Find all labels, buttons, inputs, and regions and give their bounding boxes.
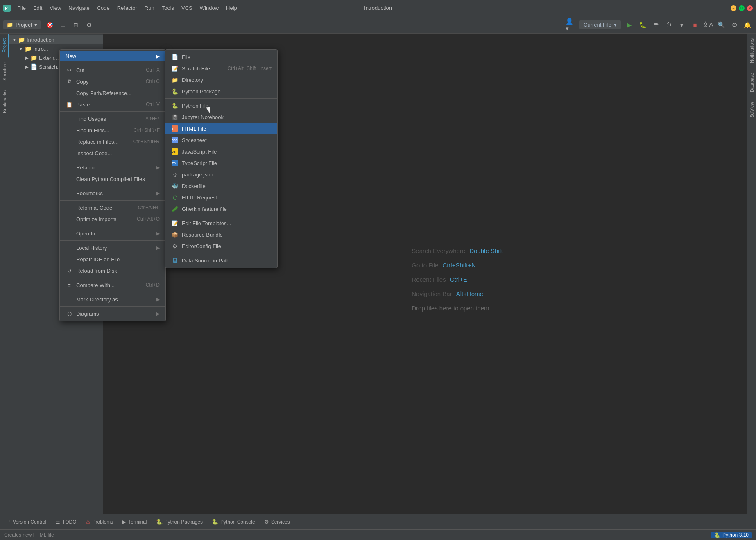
menu-navigate[interactable]: Navigate: [65, 3, 93, 13]
settings-button[interactable]: ⚙: [83, 19, 95, 31]
ctx2-scratchfile[interactable]: 📝 Scratch File Ctrl+Alt+Shift+Insert: [165, 63, 277, 74]
ctx2-gherkin[interactable]: 🥒 Gherkin feature file: [165, 203, 277, 215]
ctx-localhistory[interactable]: Local History ▶: [60, 242, 165, 253]
window-controls[interactable]: − □ ✕: [731, 5, 753, 11]
run-button[interactable]: ▶: [624, 20, 635, 30]
run-config[interactable]: Current File ▾: [579, 20, 621, 29]
ctx-new-header[interactable]: New ▶: [60, 51, 165, 61]
ctx2-dockerfile[interactable]: 🐳 Dockerfile: [165, 180, 277, 192]
tab-python-console[interactable]: 🐍 Python Console: [208, 517, 259, 526]
ctx-paste-shortcut: Ctrl+V: [146, 102, 160, 107]
ctx-reloaddisk[interactable]: ↺ Reload from Disk: [60, 265, 165, 276]
tab-services[interactable]: ⚙ Services: [260, 517, 294, 526]
profile-button[interactable]: ⏱: [663, 20, 674, 30]
maximize-button[interactable]: □: [739, 5, 745, 11]
editorconfig-icon: ⚙: [171, 242, 179, 250]
ctx-copy[interactable]: ⧉ Copy Ctrl+C: [60, 76, 165, 87]
menu-tools[interactable]: Tools: [158, 3, 177, 13]
ctx-replaceinfiles[interactable]: Replace in Files... Ctrl+Shift+R: [60, 136, 165, 147]
sciview-side-tab[interactable]: SciView: [748, 97, 756, 123]
locate-button[interactable]: 🎯: [44, 19, 55, 31]
ctx2-packagejson[interactable]: {} package.json: [165, 169, 277, 180]
ctx-bookmarks[interactable]: Bookmarks ▶: [60, 188, 165, 199]
ctx2-tsfile[interactable]: TS TypeScript File: [165, 157, 277, 169]
project-dropdown[interactable]: 📁 Project ▾: [3, 20, 41, 29]
minimize-button[interactable]: −: [731, 5, 736, 11]
search-button[interactable]: 🔍: [716, 20, 727, 30]
structure-side-tab[interactable]: Structure: [0, 57, 9, 86]
svg-text:H: H: [172, 127, 174, 131]
ctx-openin[interactable]: Open In ▶: [60, 228, 165, 239]
tab-python-packages[interactable]: 🐍 Python Packages: [152, 517, 207, 526]
ctx-optimizeimports[interactable]: Optimize Imports Ctrl+Alt+O: [60, 213, 165, 225]
ctx2-directory[interactable]: 📁 Directory: [165, 74, 277, 86]
collapse-button[interactable]: ⊟: [70, 19, 81, 31]
notifications-side-tab[interactable]: Notifications: [748, 34, 756, 68]
debug-button[interactable]: 🐛: [637, 20, 648, 30]
ctx-refactor[interactable]: Refactor ▶: [60, 162, 165, 173]
ctx-paste[interactable]: 📋 Paste Ctrl+V: [60, 99, 165, 110]
close-button[interactable]: ✕: [747, 5, 753, 11]
translate-button[interactable]: 文A: [703, 20, 713, 30]
tab-terminal[interactable]: ▶ Terminal: [118, 517, 151, 526]
svg-text:JS: JS: [172, 150, 176, 153]
menu-code[interactable]: Code: [94, 3, 113, 13]
python-package-icon: 🐍: [171, 88, 179, 95]
menu-view[interactable]: View: [46, 3, 64, 13]
ctx2-resourcebundle[interactable]: 📦 Resource Bundle: [165, 229, 277, 240]
tab-python-packages-label: Python Packages: [165, 519, 203, 525]
ctx-findinfiles[interactable]: Find in Files... Ctrl+Shift+F: [60, 124, 165, 136]
ctx2-datasource[interactable]: 🗄 Data Source in Path: [165, 255, 277, 266]
menu-edit[interactable]: Edit: [30, 3, 45, 13]
menu-bar[interactable]: File Edit View Navigate Code Refactor Ru…: [14, 3, 240, 13]
datasource-icon: 🗄: [171, 257, 179, 264]
tab-todo[interactable]: ☰ TODO: [51, 517, 80, 526]
python-version-badge[interactable]: 🐍 Python 3.10: [711, 532, 752, 538]
stop-button[interactable]: ■: [690, 20, 700, 30]
project-side-tab[interactable]: Project: [0, 34, 9, 57]
ctx2-editfiletemplates[interactable]: 📝 Edit File Templates...: [165, 217, 277, 229]
ctx2-stylesheet[interactable]: CSS Stylesheet: [165, 134, 277, 146]
ctx2-htmlfile[interactable]: H HTML File: [165, 123, 277, 134]
menu-vcs[interactable]: VCS: [178, 3, 196, 13]
ctx-repairide[interactable]: Repair IDE on File: [60, 253, 165, 265]
tree-item-introduction[interactable]: ▼ 📁 Introduction: [9, 35, 103, 44]
ctx-repairide-label: Repair IDE on File: [76, 256, 160, 262]
optimizeimports-icon: [66, 215, 73, 223]
status-bar: Creates new HTML file 🐍 Python 3.10: [0, 529, 756, 540]
menu-refactor[interactable]: Refactor: [114, 3, 140, 13]
menu-window[interactable]: Window: [197, 3, 222, 13]
ctx-reformatcode[interactable]: Reformat Code Ctrl+Alt+L: [60, 202, 165, 213]
expand-button[interactable]: ☰: [57, 19, 68, 31]
ctx-diagrams[interactable]: ⬡ Diagrams ▶: [60, 308, 165, 319]
menu-help[interactable]: Help: [223, 3, 240, 13]
ctx2-pythonfile[interactable]: 🐍 Python File: [165, 100, 277, 111]
notifications-button[interactable]: 🔔: [742, 20, 753, 30]
ctx-inspectcode[interactable]: Inspect Code...: [60, 147, 165, 159]
ctx-markdirectoryas[interactable]: Mark Directory as ▶: [60, 294, 165, 305]
coverage-button[interactable]: ☂: [650, 20, 661, 30]
settings-gear[interactable]: ⚙: [729, 20, 740, 30]
profile-dropdown[interactable]: ▾: [677, 20, 687, 30]
menu-file[interactable]: File: [14, 3, 29, 13]
bookmarks-side-tab[interactable]: Bookmarks: [0, 86, 9, 118]
hint-search-label: Search Everywhere: [412, 247, 465, 254]
more-button[interactable]: −: [96, 19, 108, 31]
ctx2-jsfile[interactable]: JS JavaScript File: [165, 146, 277, 157]
user-icon[interactable]: 👤▾: [566, 20, 576, 30]
tab-version-control[interactable]: ⑂ Version Control: [3, 517, 50, 526]
ctx2-jupyternotebook[interactable]: 📓 Jupyter Notebook: [165, 111, 277, 123]
ctx2-editorconfigfile[interactable]: ⚙ EditorConfig File: [165, 240, 277, 252]
ctx2-httprequest[interactable]: ⬡ HTTP Request: [165, 192, 277, 203]
ctx2-file[interactable]: 📄 File: [165, 51, 277, 63]
ctx-comparewith[interactable]: ≡ Compare With... Ctrl+D: [60, 279, 165, 291]
ctx-cut[interactable]: ✂ Cut Ctrl+X: [60, 64, 165, 76]
ctx-cleanpython[interactable]: Clean Python Compiled Files: [60, 173, 165, 185]
ctx-findusages[interactable]: Find Usages Alt+F7: [60, 113, 165, 124]
project-toolbar-icons: 🎯 ☰ ⊟ ⚙ −: [44, 19, 108, 31]
menu-run[interactable]: Run: [141, 3, 158, 13]
tab-problems[interactable]: ⚠ Problems: [81, 517, 118, 526]
database-side-tab[interactable]: Database: [748, 68, 756, 97]
ctx2-pythonpackage[interactable]: 🐍 Python Package: [165, 86, 277, 97]
ctx-copypath[interactable]: Copy Path/Reference...: [60, 87, 165, 99]
